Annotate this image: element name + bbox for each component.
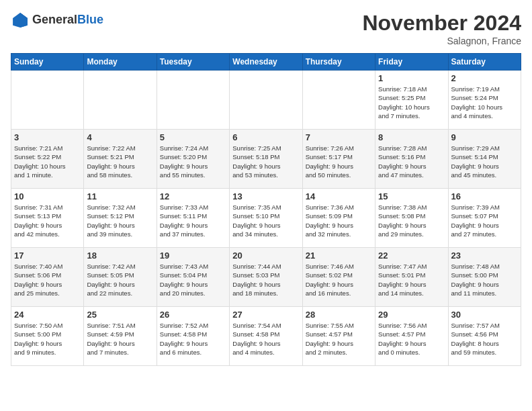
weekday-header: Thursday <box>302 54 375 71</box>
calendar-day-cell: 25Sunrise: 7:51 AM Sunset: 4:59 PM Dayli… <box>84 307 157 366</box>
day-info: Sunrise: 7:54 AM Sunset: 4:58 PM Dayligh… <box>232 321 299 357</box>
svg-marker-2 <box>20 13 28 28</box>
day-info: Sunrise: 7:52 AM Sunset: 4:58 PM Dayligh… <box>160 321 226 357</box>
day-number: 28 <box>306 310 372 320</box>
calendar-day-cell: 19Sunrise: 7:43 AM Sunset: 5:04 PM Dayli… <box>157 248 229 307</box>
day-info: Sunrise: 7:24 AM Sunset: 5:20 PM Dayligh… <box>160 144 226 179</box>
day-number: 12 <box>160 191 226 201</box>
calendar-day-cell <box>230 71 302 130</box>
day-number: 22 <box>378 250 445 261</box>
calendar-day-cell <box>302 71 375 130</box>
day-number: 5 <box>160 132 226 142</box>
day-number: 18 <box>87 250 153 261</box>
day-number: 15 <box>378 191 445 201</box>
calendar-week-row: 24Sunrise: 7:50 AM Sunset: 5:00 PM Dayli… <box>11 307 521 366</box>
title-block: November 2024 Salagnon, France <box>362 11 521 46</box>
day-number: 13 <box>232 191 299 201</box>
day-number: 17 <box>14 250 81 261</box>
day-number: 16 <box>451 191 518 201</box>
day-number: 14 <box>306 191 372 201</box>
day-info: Sunrise: 7:21 AM Sunset: 5:22 PM Dayligh… <box>14 144 81 179</box>
day-number: 1 <box>378 73 445 83</box>
calendar-day-cell: 22Sunrise: 7:47 AM Sunset: 5:01 PM Dayli… <box>375 248 448 307</box>
calendar-day-cell: 10Sunrise: 7:31 AM Sunset: 5:13 PM Dayli… <box>11 189 84 248</box>
day-info: Sunrise: 7:26 AM Sunset: 5:17 PM Dayligh… <box>306 144 372 179</box>
calendar-day-cell: 23Sunrise: 7:48 AM Sunset: 5:00 PM Dayli… <box>448 248 521 307</box>
calendar-day-cell: 14Sunrise: 7:36 AM Sunset: 5:09 PM Dayli… <box>302 189 375 248</box>
weekday-header: Friday <box>375 54 448 71</box>
day-number: 10 <box>14 191 81 201</box>
day-number: 29 <box>378 310 445 320</box>
day-info: Sunrise: 7:57 AM Sunset: 4:56 PM Dayligh… <box>451 321 518 357</box>
day-number: 27 <box>232 310 299 320</box>
logo-icon <box>11 11 30 30</box>
calendar-header: SundayMondayTuesdayWednesdayThursdayFrid… <box>11 54 521 71</box>
calendar-day-cell <box>84 71 157 130</box>
day-info: Sunrise: 7:22 AM Sunset: 5:21 PM Dayligh… <box>87 144 153 179</box>
day-number: 19 <box>160 250 226 261</box>
day-number: 2 <box>451 73 518 83</box>
day-number: 9 <box>451 132 518 142</box>
calendar-week-row: 1Sunrise: 7:18 AM Sunset: 5:25 PM Daylig… <box>11 71 521 130</box>
calendar-day-cell: 30Sunrise: 7:57 AM Sunset: 4:56 PM Dayli… <box>448 307 521 366</box>
day-number: 21 <box>306 250 372 261</box>
calendar-day-cell: 21Sunrise: 7:46 AM Sunset: 5:02 PM Dayli… <box>302 248 375 307</box>
day-info: Sunrise: 7:39 AM Sunset: 5:07 PM Dayligh… <box>451 203 518 238</box>
day-info: Sunrise: 7:29 AM Sunset: 5:14 PM Dayligh… <box>451 144 518 179</box>
day-number: 20 <box>232 250 299 261</box>
day-info: Sunrise: 7:40 AM Sunset: 5:06 PM Dayligh… <box>14 262 81 298</box>
calendar-week-row: 10Sunrise: 7:31 AM Sunset: 5:13 PM Dayli… <box>11 189 521 248</box>
day-info: Sunrise: 7:25 AM Sunset: 5:18 PM Dayligh… <box>232 144 299 179</box>
calendar-day-cell: 11Sunrise: 7:32 AM Sunset: 5:12 PM Dayli… <box>84 189 157 248</box>
calendar-day-cell <box>11 71 84 130</box>
calendar-day-cell: 17Sunrise: 7:40 AM Sunset: 5:06 PM Dayli… <box>11 248 84 307</box>
day-info: Sunrise: 7:50 AM Sunset: 5:00 PM Dayligh… <box>14 321 81 357</box>
weekday-header: Tuesday <box>157 54 229 71</box>
day-info: Sunrise: 7:38 AM Sunset: 5:08 PM Dayligh… <box>378 203 445 238</box>
day-info: Sunrise: 7:48 AM Sunset: 5:00 PM Dayligh… <box>451 262 518 298</box>
weekday-header: Saturday <box>448 54 521 71</box>
month-title: November 2024 <box>362 11 521 36</box>
day-number: 25 <box>87 310 153 320</box>
weekday-header: Wednesday <box>230 54 302 71</box>
day-info: Sunrise: 7:28 AM Sunset: 5:16 PM Dayligh… <box>378 144 445 179</box>
calendar-day-cell: 12Sunrise: 7:33 AM Sunset: 5:11 PM Dayli… <box>157 189 229 248</box>
calendar-day-cell: 7Sunrise: 7:26 AM Sunset: 5:17 PM Daylig… <box>302 130 375 189</box>
location-subtitle: Salagnon, France <box>362 36 521 46</box>
day-info: Sunrise: 7:56 AM Sunset: 4:57 PM Dayligh… <box>378 321 445 357</box>
day-number: 8 <box>378 132 445 142</box>
day-info: Sunrise: 7:51 AM Sunset: 4:59 PM Dayligh… <box>87 321 153 357</box>
logo-text: GeneralBlue <box>32 13 103 27</box>
calendar-day-cell: 26Sunrise: 7:52 AM Sunset: 4:58 PM Dayli… <box>157 307 229 366</box>
day-info: Sunrise: 7:32 AM Sunset: 5:12 PM Dayligh… <box>87 203 153 238</box>
day-info: Sunrise: 7:19 AM Sunset: 5:24 PM Dayligh… <box>451 85 518 120</box>
day-number: 23 <box>451 250 518 261</box>
calendar-day-cell: 4Sunrise: 7:22 AM Sunset: 5:21 PM Daylig… <box>84 130 157 189</box>
day-info: Sunrise: 7:55 AM Sunset: 4:57 PM Dayligh… <box>306 321 372 357</box>
day-number: 11 <box>87 191 153 201</box>
day-info: Sunrise: 7:18 AM Sunset: 5:25 PM Dayligh… <box>378 85 445 120</box>
day-info: Sunrise: 7:42 AM Sunset: 5:05 PM Dayligh… <box>87 262 153 298</box>
calendar-day-cell: 29Sunrise: 7:56 AM Sunset: 4:57 PM Dayli… <box>375 307 448 366</box>
day-info: Sunrise: 7:33 AM Sunset: 5:11 PM Dayligh… <box>160 203 226 238</box>
day-info: Sunrise: 7:43 AM Sunset: 5:04 PM Dayligh… <box>160 262 226 298</box>
calendar-day-cell: 9Sunrise: 7:29 AM Sunset: 5:14 PM Daylig… <box>448 130 521 189</box>
calendar-day-cell: 24Sunrise: 7:50 AM Sunset: 5:00 PM Dayli… <box>11 307 84 366</box>
day-info: Sunrise: 7:46 AM Sunset: 5:02 PM Dayligh… <box>306 262 372 298</box>
calendar-day-cell: 6Sunrise: 7:25 AM Sunset: 5:18 PM Daylig… <box>230 130 302 189</box>
calendar-table: SundayMondayTuesdayWednesdayThursdayFrid… <box>11 53 521 366</box>
weekday-header: Monday <box>84 54 157 71</box>
calendar-week-row: 17Sunrise: 7:40 AM Sunset: 5:06 PM Dayli… <box>11 248 521 307</box>
calendar-day-cell: 16Sunrise: 7:39 AM Sunset: 5:07 PM Dayli… <box>448 189 521 248</box>
calendar-day-cell: 3Sunrise: 7:21 AM Sunset: 5:22 PM Daylig… <box>11 130 84 189</box>
day-info: Sunrise: 7:44 AM Sunset: 5:03 PM Dayligh… <box>232 262 299 298</box>
day-number: 3 <box>14 132 81 142</box>
day-number: 4 <box>87 132 153 142</box>
weekday-header: Sunday <box>11 54 84 71</box>
day-info: Sunrise: 7:36 AM Sunset: 5:09 PM Dayligh… <box>306 203 372 238</box>
day-info: Sunrise: 7:47 AM Sunset: 5:01 PM Dayligh… <box>378 262 445 298</box>
calendar-day-cell: 27Sunrise: 7:54 AM Sunset: 4:58 PM Dayli… <box>230 307 302 366</box>
day-number: 24 <box>14 310 81 320</box>
calendar-day-cell: 28Sunrise: 7:55 AM Sunset: 4:57 PM Dayli… <box>302 307 375 366</box>
day-number: 7 <box>306 132 372 142</box>
